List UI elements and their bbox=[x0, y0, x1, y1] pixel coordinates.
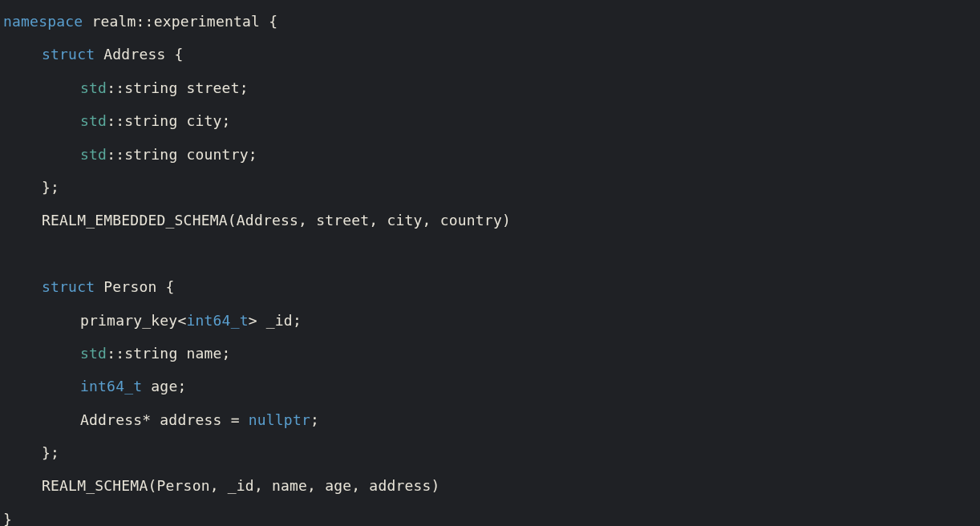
type-string: ::string bbox=[107, 146, 177, 163]
type-string: ::string bbox=[107, 345, 177, 362]
type-string: ::string bbox=[107, 112, 177, 129]
keyword-nullptr: nullptr bbox=[249, 411, 310, 428]
macro-schema: REALM_SCHEMA(Person, _id, name, age, add… bbox=[42, 477, 440, 494]
primary-key-suffix: > _id; bbox=[249, 312, 302, 329]
keyword-namespace: namespace bbox=[3, 13, 83, 30]
code-line-11: std::string name; bbox=[3, 337, 977, 370]
type-std: std bbox=[80, 79, 107, 96]
type-int64: int64_t bbox=[80, 378, 142, 394]
type-std: std bbox=[80, 112, 107, 129]
type-std: std bbox=[80, 345, 107, 362]
code-line-6: }; bbox=[3, 171, 977, 204]
struct-name-address: Address bbox=[103, 46, 165, 63]
brace-close: }; bbox=[42, 444, 59, 461]
brace-close: }; bbox=[42, 179, 59, 196]
primary-key-prefix: primary_key< bbox=[80, 312, 186, 329]
address-ptr-prefix: Address* address = bbox=[80, 411, 249, 428]
code-line-13: Address* address = nullptr; bbox=[3, 403, 977, 436]
code-line-8 bbox=[3, 237, 977, 270]
semicolon: ; bbox=[310, 411, 319, 428]
brace-open: { bbox=[260, 13, 277, 30]
struct-name-person: Person bbox=[103, 278, 156, 295]
field-age: age; bbox=[142, 378, 186, 394]
code-line-1: namespace realm::experimental { bbox=[3, 5, 977, 38]
keyword-struct: struct bbox=[42, 278, 95, 295]
code-line-3: std::string street; bbox=[3, 71, 977, 104]
code-line-14: }; bbox=[3, 436, 977, 469]
code-line-12: int64_t age; bbox=[3, 370, 977, 403]
code-block: namespace realm::experimental {struct Ad… bbox=[3, 5, 977, 526]
type-int64: int64_t bbox=[186, 312, 248, 329]
namespace-name: realm::experimental bbox=[91, 13, 260, 30]
code-line-16: } bbox=[3, 503, 977, 526]
brace-open: { bbox=[157, 278, 175, 295]
brace-close: } bbox=[3, 511, 12, 526]
code-line-7: REALM_EMBEDDED_SCHEMA(Address, street, c… bbox=[3, 204, 977, 237]
brace-open: { bbox=[166, 46, 184, 63]
field-country: country; bbox=[177, 146, 257, 163]
code-line-10: primary_key<int64_t> _id; bbox=[3, 304, 977, 337]
code-line-5: std::string country; bbox=[3, 138, 977, 171]
code-line-4: std::string city; bbox=[3, 104, 977, 137]
field-name: name; bbox=[177, 345, 230, 362]
code-line-9: struct Person { bbox=[3, 270, 977, 303]
code-line-15: REALM_SCHEMA(Person, _id, name, age, add… bbox=[3, 469, 977, 502]
field-city: city; bbox=[177, 112, 230, 129]
macro-embedded-schema: REALM_EMBEDDED_SCHEMA(Address, street, c… bbox=[42, 212, 511, 229]
code-line-2: struct Address { bbox=[3, 38, 977, 71]
keyword-struct: struct bbox=[42, 46, 95, 63]
field-street: street; bbox=[177, 79, 248, 96]
type-string: ::string bbox=[107, 79, 177, 96]
type-std: std bbox=[80, 146, 107, 163]
